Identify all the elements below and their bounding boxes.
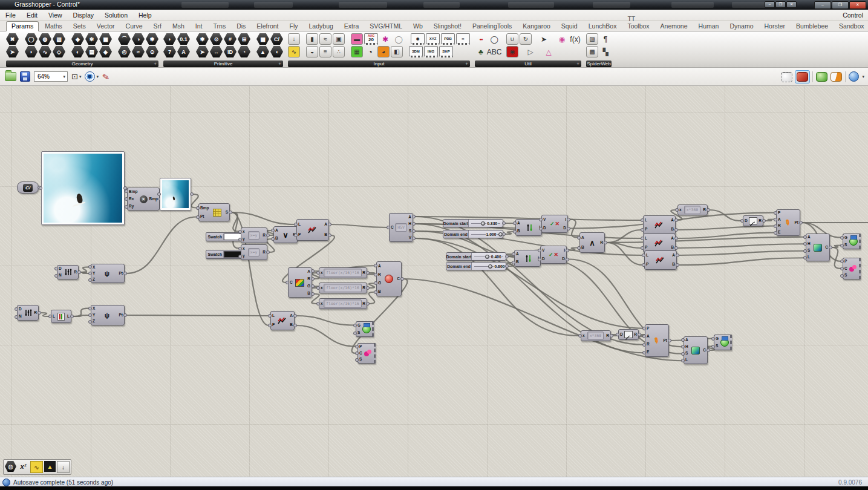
output-port[interactable] — [412, 215, 416, 218]
custom-preview-top[interactable]: GS — [843, 234, 861, 249]
toolbar-icon[interactable]: ▨ — [586, 33, 598, 45]
input-port[interactable] — [88, 272, 92, 275]
slider-domain-end-2[interactable]: Domain end0.600 — [446, 262, 506, 270]
output-port[interactable] — [674, 246, 678, 250]
input-port[interactable] — [294, 234, 298, 237]
input-port[interactable] — [294, 223, 298, 226]
zoom-extents-button[interactable]: ⊡ ▾ — [71, 72, 81, 81]
tab-lunchbox[interactable]: LunchBox — [584, 22, 622, 31]
input-port[interactable] — [681, 338, 685, 342]
toolbar-icon[interactable]: △ — [543, 46, 555, 57]
input-port[interactable] — [642, 327, 646, 330]
image-sampler[interactable]: BmpPtS — [198, 203, 230, 221]
output-port[interactable] — [706, 348, 710, 352]
input-port[interactable] — [840, 274, 844, 278]
toolbar-icon[interactable]: 3DM — [409, 46, 423, 57]
toolbar-icon[interactable]: ⌒ — [118, 33, 131, 45]
toolbar-icon[interactable]: ◔ — [238, 46, 250, 57]
tab-sandbox[interactable]: Sandbox — [834, 22, 868, 31]
tab-srf[interactable]: Srf — [149, 22, 166, 31]
input-port[interactable] — [316, 286, 320, 290]
input-port[interactable] — [196, 215, 200, 219]
toolbar-icon[interactable]: ◇ — [53, 46, 65, 57]
output-port[interactable] — [229, 211, 232, 214]
toolbar-icon[interactable]: ◗ — [25, 46, 38, 57]
grasshopper-canvas[interactable]: ◍x²∿▲↓ C/BmpRxRy✕BmpBmpPtSSwatchSwatchxy… — [0, 86, 868, 477]
sift-1[interactable]: VD✓✕ID — [541, 215, 568, 233]
dispatch-5[interactable]: LPAB — [270, 311, 295, 330]
toolbar-icon[interactable]: ◉ — [556, 33, 568, 45]
toolbar-icon[interactable]: ♣ — [475, 46, 487, 57]
zoom-select[interactable]: 64% ▾ — [34, 71, 68, 82]
resample-component[interactable]: BmpRxRy✕Bmp — [127, 188, 160, 211]
input-port[interactable] — [711, 337, 715, 341]
expand-group-icon[interactable]: + — [576, 61, 579, 67]
slider-track[interactable]: 0.330 — [469, 220, 503, 227]
toolbar-icon[interactable]: ∴ — [333, 46, 345, 57]
input-port[interactable] — [641, 246, 644, 250]
blue-sphere-icon[interactable] — [849, 71, 859, 82]
toolbar-icon[interactable]: ◈ — [99, 46, 112, 57]
input-port[interactable] — [374, 290, 377, 294]
hidden-preview-icon[interactable] — [781, 73, 792, 82]
toolbar-icon[interactable]: ◯ — [25, 33, 38, 45]
and-gate[interactable]: AB∧R — [579, 232, 605, 253]
input-port[interactable] — [88, 307, 92, 310]
tab-wb[interactable]: Wb — [408, 22, 428, 31]
toolbar-icon[interactable]: ◯ — [488, 33, 500, 45]
toolbar-icon[interactable]: ✖ — [6, 33, 19, 45]
dispatch-2[interactable]: LPAB — [643, 215, 676, 235]
output-port[interactable] — [311, 277, 315, 281]
toolbar-icon[interactable]: ◕ — [377, 46, 390, 57]
toolbar-icon[interactable]: ▤ — [85, 46, 98, 57]
input-port[interactable] — [271, 237, 275, 241]
slider-knob[interactable] — [481, 221, 485, 226]
output-port[interactable] — [366, 286, 370, 290]
custom-preview-bottom[interactable]: GS — [714, 335, 732, 350]
output-port[interactable] — [400, 277, 404, 281]
input-port[interactable] — [642, 343, 646, 347]
toolbar-icon[interactable]: AUG20 — [364, 33, 378, 45]
chevron-down-icon[interactable]: ▾ — [63, 74, 65, 79]
input-port[interactable] — [641, 218, 644, 222]
input-port[interactable] — [711, 345, 715, 348]
output-port[interactable] — [38, 311, 41, 315]
equals-expression-2[interactable]: xyx=yR — [241, 244, 267, 260]
input-port[interactable] — [642, 263, 645, 267]
output-port[interactable] — [567, 218, 570, 221]
mini-toolbar-icon[interactable]: ▲ — [44, 461, 56, 472]
toolbar-icon[interactable]: ◔ — [364, 46, 376, 57]
preview-visibility-button[interactable]: ▾ — [85, 71, 99, 82]
toolbar-icon[interactable]: ◑ — [132, 33, 145, 45]
input-port[interactable] — [238, 238, 242, 241]
menu-item-solution[interactable]: Solution — [99, 11, 133, 19]
input-port[interactable] — [578, 334, 582, 338]
split-ahsv[interactable]: CHSVAHSV — [389, 213, 413, 242]
output-port[interactable] — [293, 324, 297, 327]
input-port[interactable] — [774, 224, 777, 228]
input-port[interactable] — [271, 229, 275, 232]
input-port[interactable] — [15, 315, 18, 319]
input-port[interactable] — [88, 278, 92, 282]
toolbar-icon[interactable]: A — [177, 46, 190, 57]
colour-hsl-bottom[interactable]: AHSLC — [684, 336, 708, 364]
input-port[interactable] — [641, 237, 644, 240]
toolbar-icon[interactable]: ∿ — [39, 46, 51, 57]
toolbar-icon[interactable]: ▲ — [256, 46, 269, 57]
expression-x360-bottom[interactable]: xx*360R — [581, 330, 611, 341]
input-port[interactable] — [840, 236, 844, 240]
output-port[interactable] — [123, 313, 127, 317]
input-port[interactable] — [840, 244, 844, 247]
tab-dynamo[interactable]: Dynamo — [725, 22, 758, 31]
maximize-button[interactable]: ❐ — [832, 1, 849, 9]
toolbar-icon[interactable]: ▦ — [351, 46, 363, 57]
toolbar-icon[interactable]: ◉ — [506, 46, 518, 57]
input-port[interactable] — [157, 192, 161, 196]
includes-1[interactable]: ABI — [515, 219, 542, 236]
menu-item-display[interactable]: Display — [68, 11, 99, 19]
output-port[interactable] — [566, 249, 569, 252]
expand-group-icon[interactable]: + — [465, 61, 468, 67]
image-frame-large[interactable] — [41, 151, 125, 225]
toolbar-icon[interactable]: ◐ — [71, 46, 84, 57]
mini-toolbar-icon[interactable]: x² — [18, 461, 29, 472]
